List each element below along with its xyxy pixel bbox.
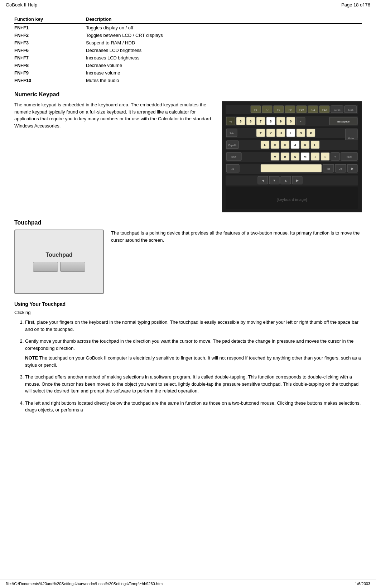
fn-key-cell: FN+F1 — [14, 24, 79, 32]
svg-text:CapsLk: CapsLk — [228, 144, 237, 147]
svg-text:N: N — [294, 155, 297, 159]
touchpad-right-button[interactable] — [60, 262, 85, 272]
note-block: NOTE The touchpad on your GoBook II comp… — [25, 355, 362, 368]
touchpad-left-button[interactable] — [33, 262, 58, 272]
svg-text:Tab: Tab — [230, 132, 233, 135]
svg-text:Backspace: Backspace — [337, 120, 350, 123]
touchpad-image: Touchpad — [14, 230, 104, 294]
svg-text:<: < — [314, 155, 316, 159]
svg-text:Del: Del — [339, 168, 343, 170]
svg-text:G: G — [274, 143, 276, 147]
touchpad-instructions-list: First, place your fingers on the keyboar… — [14, 319, 362, 414]
note-label: NOTE — [25, 355, 38, 361]
svg-text:◀: ◀ — [262, 179, 264, 182]
fn-key-cell: FN+F2 — [14, 32, 79, 39]
svg-text:B: B — [284, 155, 286, 159]
table-row: FN+F2Toggles between LCD / CRT displays — [14, 32, 362, 39]
svg-text:O: O — [299, 131, 302, 135]
svg-text:P: P — [310, 131, 312, 135]
svg-text:▶: ▶ — [351, 167, 354, 170]
fn-key-cell: FN+F9 — [14, 69, 79, 77]
svg-text:U: U — [280, 131, 282, 135]
svg-text:▶: ▶ — [296, 179, 299, 182]
touchpad-description: The touchpad is a pointing device that p… — [111, 230, 362, 294]
svg-text:Y: Y — [270, 131, 272, 135]
date-label: 1/6/2003 — [355, 582, 370, 586]
fn-key-cell: FN+F8 — [14, 62, 79, 69]
fn-desc-cell: Decreases LCD brightness — [79, 47, 362, 54]
numeric-keypad-text: The numeric keypad is embedded in the ke… — [14, 101, 215, 212]
touchpad-heading: Touchpad — [14, 220, 362, 226]
table-row: FN+F8Decrease volume — [14, 62, 362, 69]
col-header-desc: Description — [79, 15, 362, 24]
table-row: FN+F9Increase volume — [14, 69, 362, 77]
svg-text:K: K — [304, 143, 307, 147]
svg-text:F7: F7 — [266, 109, 269, 111]
table-row: FN+F7Increases LCD brightness — [14, 54, 362, 62]
using-touchpad-heading: Using Your Touchpad — [14, 301, 362, 307]
svg-text:Enter: Enter — [348, 137, 355, 140]
using-touchpad-section: Using Your Touchpad Clicking First, plac… — [14, 301, 362, 414]
function-key-table: Function key Description FN+F1Toggles di… — [14, 15, 362, 84]
svg-rect-100 — [226, 175, 358, 185]
svg-text:7: 7 — [260, 120, 261, 123]
touchpad-button-row — [33, 262, 85, 272]
svg-text:ScrLk: ScrLk — [348, 109, 353, 111]
svg-text:Shift: Shift — [347, 156, 352, 158]
svg-text:F8: F8 — [277, 109, 280, 111]
svg-rect-93 — [261, 164, 322, 172]
svg-text:6: 6 — [250, 120, 251, 123]
svg-text:8: 8 — [270, 120, 271, 123]
keyboard-image: F6 F7 F8 F9 F10 F11 F12 NumLk Sc — [222, 101, 362, 212]
fn-key-cell: FN+F10 — [14, 77, 79, 84]
svg-text:▲: ▲ — [284, 179, 288, 182]
fn-desc-cell: Increases LCD brightness — [79, 54, 362, 62]
fn-desc-cell: Suspend to RAM / HDD — [79, 39, 362, 47]
note-text: The touchpad on your GoBook II computer … — [25, 355, 361, 368]
instruction-text-3: The touchpad offers another method of ma… — [25, 374, 358, 394]
fn-key-cell: FN+F7 — [14, 54, 79, 62]
col-header-key: Function key — [14, 15, 79, 24]
table-row: FN+F10Mutes the audio — [14, 77, 362, 84]
bottom-bar: file://C:\Documents%20and%20Settings\har… — [0, 579, 376, 588]
list-item: The left and right buttons located direc… — [25, 400, 362, 414]
fn-key-cell: FN+F6 — [14, 47, 79, 54]
svg-text:H: H — [284, 143, 286, 147]
svg-text:V: V — [274, 155, 276, 159]
svg-text:F11: F11 — [311, 109, 315, 111]
svg-text:I: I — [290, 131, 291, 135]
svg-text:L: L — [314, 143, 316, 147]
file-path: file://C:\Documents%20and%20Settings\har… — [6, 582, 163, 586]
touchpad-image-label: Touchpad — [45, 252, 72, 258]
page-number: Page 18 of 76 — [341, 2, 370, 8]
fn-desc-cell: Increase volume — [79, 69, 362, 77]
list-item: Gently move your thumb across the touchp… — [25, 338, 362, 368]
svg-text:NumLk: NumLk — [333, 109, 341, 111]
svg-text:F9: F9 — [289, 109, 291, 111]
table-row: FN+F6Decreases LCD brightness — [14, 47, 362, 54]
numeric-keypad-heading: Numeric Keypad — [14, 91, 362, 98]
touchpad-content: Touchpad The touchpad is a pointing devi… — [14, 230, 362, 294]
numeric-keypad-content: The numeric keypad is embedded in the ke… — [14, 101, 362, 212]
svg-text:Alt: Alt — [231, 168, 234, 170]
svg-text:Ins: Ins — [327, 168, 330, 170]
main-content: Function key Description FN+F1Toggles di… — [0, 9, 376, 430]
svg-text:F10: F10 — [299, 109, 304, 111]
table-row: FN+F3Suspend to RAM / HDD — [14, 39, 362, 47]
fn-desc-cell: Mutes the audio — [79, 77, 362, 84]
fn-desc-cell: Toggles between LCD / CRT displays — [79, 32, 362, 39]
instruction-text-4: The left and right buttons located direc… — [25, 400, 361, 413]
svg-text:M: M — [304, 155, 307, 159]
instruction-text-1: First, place your fingers on the keyboar… — [25, 319, 358, 332]
clicking-label: Clicking — [14, 310, 362, 315]
numeric-keypad-section: Numeric Keypad The numeric keypad is emb… — [14, 91, 362, 212]
svg-text:-: - — [300, 120, 302, 123]
svg-text:0: 0 — [290, 120, 291, 123]
fn-key-cell: FN+F3 — [14, 39, 79, 47]
list-item: The touchpad offers another method of ma… — [25, 373, 362, 395]
fn-desc-cell: Toggles display on / off — [79, 24, 362, 32]
table-row: FN+F1Toggles display on / off — [14, 24, 362, 32]
svg-text:T: T — [260, 131, 262, 135]
svg-text:[keyboard image]: [keyboard image] — [277, 197, 307, 202]
svg-text:?: ? — [334, 155, 336, 159]
